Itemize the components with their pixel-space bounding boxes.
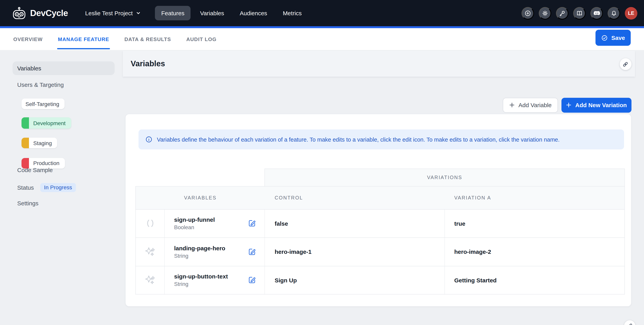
variation-a-value-cell[interactable]: Getting Started <box>445 266 625 294</box>
column-header-variables: VARIABLES <box>136 195 265 200</box>
env-label: Development <box>29 120 71 126</box>
string-sparkles-icon <box>136 238 165 266</box>
table-row: sign-up-funnel Boolean false true <box>135 209 625 238</box>
sidebar-item-variables[interactable]: Variables <box>12 61 115 75</box>
add-new-variation-button[interactable]: Add New Variation <box>562 98 631 112</box>
env-color-bar <box>22 117 29 129</box>
variable-name-cell: landing-page-hero String <box>165 238 265 266</box>
primary-nav: Features Variables Audiences Metrics <box>155 6 308 20</box>
tab-manage-feature[interactable]: MANAGE FEATURE <box>58 28 109 50</box>
progress-bar <box>0 26 644 28</box>
table-column-header-row: VARIABLES CONTROL VARIATION A <box>135 186 625 209</box>
sidebar-status-row: Status In Progress <box>17 183 76 192</box>
section-link-button[interactable] <box>620 58 631 70</box>
plus-icon <box>509 102 515 108</box>
discord-icon[interactable] <box>590 7 603 19</box>
env-label: Self-Targeting <box>22 101 65 107</box>
gear-icon[interactable] <box>539 7 551 19</box>
variation-a-value: hero-image-2 <box>454 249 491 255</box>
next-section-link-button[interactable] <box>624 320 636 325</box>
sidebar-item-settings[interactable]: Settings <box>17 200 38 207</box>
env-label: Staging <box>29 140 57 146</box>
bell-icon[interactable] <box>608 7 620 19</box>
brand-wordmark: DevCycle <box>30 8 68 18</box>
main-panel: Variables Add Variable Add New Variation <box>123 50 635 325</box>
info-banner: Variables define the behaviour of each v… <box>138 129 624 149</box>
app-root: DevCycle Leslie Test Project Features Va… <box>0 0 644 325</box>
sidebar-item-users-targeting[interactable]: Users & Targeting <box>17 81 64 88</box>
nav-item-features[interactable]: Features <box>155 6 190 20</box>
link-icon <box>626 323 633 325</box>
nav-utility-icons: LE <box>522 7 637 19</box>
variation-a-value-cell[interactable]: true <box>445 209 625 237</box>
table-row: sign-up-button-text String Sign Up Gett <box>135 266 625 295</box>
edit-variable-button[interactable] <box>248 276 256 284</box>
variables-table: VARIATIONS VARIABLES CONTROL VARIATION A <box>135 169 625 295</box>
project-selector[interactable]: Leslie Test Project <box>85 10 141 16</box>
status-badge[interactable]: In Progress <box>40 183 76 192</box>
key-icon[interactable] <box>556 7 568 19</box>
variations-group-header: VARIATIONS <box>264 169 625 186</box>
variable-name-cell: sign-up-funnel Boolean <box>165 209 265 237</box>
variable-name-cell: sign-up-button-text String <box>165 266 265 294</box>
status-label: Status <box>17 184 34 191</box>
edit-variable-button[interactable] <box>248 248 256 256</box>
control-value-cell[interactable]: hero-image-1 <box>265 238 445 266</box>
info-icon <box>145 136 152 143</box>
tab-data-results[interactable]: DATA & RESULTS <box>124 28 171 50</box>
control-value: hero-image-1 <box>275 249 312 255</box>
add-variable-button[interactable]: Add Variable <box>503 98 558 112</box>
variation-a-value: true <box>454 220 466 227</box>
variation-a-value-cell[interactable]: hero-image-2 <box>445 238 625 266</box>
table-rows: sign-up-funnel Boolean false true <box>135 209 625 295</box>
nav-item-audiences[interactable]: Audiences <box>234 6 274 20</box>
variables-card: Variables define the behaviour of each v… <box>125 114 632 307</box>
avatar[interactable]: LE <box>625 7 637 19</box>
info-banner-text: Variables define the behaviour of each v… <box>157 136 560 143</box>
add-circle-icon[interactable] <box>522 7 534 19</box>
edit-variable-button[interactable] <box>248 220 256 227</box>
control-value: false <box>275 220 288 227</box>
devcycle-logo[interactable]: DevCycle <box>12 7 68 19</box>
tab-overview[interactable]: OVERVIEW <box>13 28 43 50</box>
column-header-control: CONTROL <box>275 195 303 200</box>
control-value: Sign Up <box>275 277 297 284</box>
nav-item-metrics[interactable]: Metrics <box>276 6 308 20</box>
sidebar-item-code-sample[interactable]: Code Sample <box>17 167 53 173</box>
feature-sidebar: Variables Users & Targeting Self-Targeti… <box>0 50 123 325</box>
content-area: Variables Users & Targeting Self-Targeti… <box>0 50 644 325</box>
link-icon <box>622 61 629 67</box>
variations-header-label: VARIATIONS <box>427 175 462 180</box>
env-color-bar <box>22 138 29 148</box>
control-value-cell[interactable]: false <box>265 209 445 237</box>
sidebar-env-development[interactable]: Development <box>22 117 71 129</box>
tab-audit-log[interactable]: AUDIT LOG <box>186 28 216 50</box>
string-sparkles-icon <box>136 266 165 294</box>
add-variable-label: Add Variable <box>518 102 552 108</box>
project-selector-label: Leslie Test Project <box>85 10 133 16</box>
variation-a-value: Getting Started <box>454 277 497 284</box>
sidebar-env-self-targeting[interactable]: Self-Targeting <box>22 99 65 109</box>
column-header-variation-a: VARIATION A <box>454 195 491 200</box>
page-title: Variables <box>131 59 165 68</box>
feature-tabbar: OVERVIEW MANAGE FEATURE DATA & RESULTS A… <box>0 28 644 50</box>
boolean-icon <box>136 209 165 237</box>
save-button[interactable]: Save <box>596 30 631 46</box>
table-row: landing-page-hero String hero-image-1 h <box>135 238 625 266</box>
sidebar-env-staging[interactable]: Staging <box>22 138 57 148</box>
section-header: Variables <box>123 51 635 76</box>
control-value-cell[interactable]: Sign Up <box>265 266 445 294</box>
plus-icon <box>566 102 572 108</box>
add-new-variation-label: Add New Variation <box>575 102 627 108</box>
chevron-down-icon <box>136 10 141 16</box>
nav-item-variables[interactable]: Variables <box>194 6 230 20</box>
save-button-label: Save <box>611 34 625 41</box>
env-label: Production <box>29 160 65 166</box>
robot-logo-icon <box>12 7 26 19</box>
docs-book-icon[interactable] <box>573 7 586 19</box>
top-nav: DevCycle Leslie Test Project Features Va… <box>0 0 644 26</box>
check-circle-icon <box>601 34 608 41</box>
